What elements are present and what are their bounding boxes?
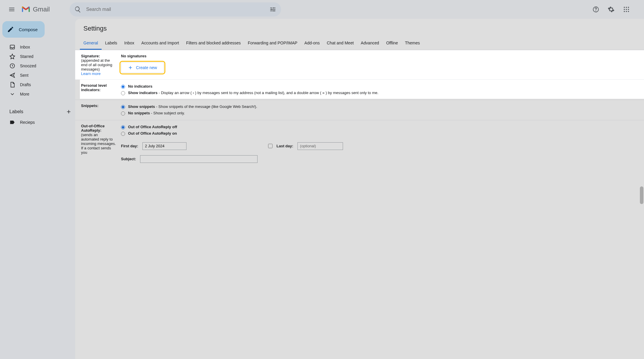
help-icon — [592, 6, 599, 13]
sidebar: Compose Inbox Starred Snoozed Sent Draft… — [0, 19, 75, 359]
ooo-sub: (sends an automated reply to incoming me… — [81, 133, 116, 155]
svg-point-2 — [624, 7, 625, 8]
search-input[interactable] — [84, 7, 267, 12]
search-bar[interactable] — [70, 2, 281, 16]
sidebar-item-snoozed[interactable]: Snoozed — [2, 61, 75, 71]
sidebar-item-sent[interactable]: Sent — [2, 71, 75, 80]
section-signature-label: Signature: (appended at the end of all o… — [81, 54, 116, 76]
label-item-recieps[interactable]: Recieps — [2, 118, 75, 127]
star-icon — [9, 54, 15, 59]
search-icon — [74, 6, 81, 13]
show-snippets-label: Show snippets — [128, 104, 155, 109]
last-day-label: Last day: — [277, 144, 293, 148]
ooo-label: Out-of-Office AutoReply: (sends an autom… — [81, 124, 116, 163]
app-header: Gmail — [0, 0, 644, 19]
tab-labels[interactable]: Labels — [102, 38, 121, 50]
gmail-logo[interactable]: Gmail — [21, 6, 50, 13]
support-button[interactable] — [589, 2, 603, 16]
gear-icon — [608, 6, 615, 13]
tab-chat[interactable]: Chat and Meet — [323, 38, 357, 50]
svg-point-9 — [626, 11, 627, 12]
section-signature: Signature: (appended at the end of all o… — [75, 50, 644, 80]
tab-forwarding[interactable]: Forwarding and POP/IMAP — [244, 38, 301, 50]
sidebar-item-label: More — [20, 92, 29, 96]
tune-icon — [269, 6, 276, 13]
inbox-icon — [9, 44, 15, 50]
no-snippets-label: No snippets — [128, 111, 150, 115]
no-snippets-desc: - Show subject only. — [150, 111, 185, 115]
radio-show-snippets[interactable] — [121, 105, 125, 109]
svg-point-4 — [628, 7, 629, 8]
search-options-button[interactable] — [267, 4, 279, 15]
compose-button[interactable]: Compose — [2, 21, 45, 38]
tab-addons[interactable]: Add-ons — [301, 38, 323, 50]
ooo-off-label: Out of Office AutoReply off — [128, 125, 177, 129]
subject-label: Subject: — [121, 157, 136, 161]
first-day-label: First day: — [121, 144, 138, 148]
tab-inbox[interactable]: Inbox — [121, 38, 138, 50]
svg-point-6 — [626, 9, 627, 10]
scrollbar-thumb[interactable] — [640, 186, 643, 204]
tab-offline[interactable]: Offline — [383, 38, 401, 50]
apps-grid-icon — [623, 6, 630, 13]
label-icon — [9, 119, 15, 125]
signature-learn-more-link[interactable]: Learn more — [81, 71, 100, 76]
ooo-title: Out-of-Office AutoReply: — [81, 124, 105, 133]
send-icon — [9, 72, 15, 78]
main-menu-button[interactable] — [5, 2, 19, 16]
personal-indicators-label: Personal level indicators: — [81, 83, 116, 96]
svg-point-3 — [626, 7, 627, 8]
compose-label: Compose — [19, 27, 38, 32]
radio-no-indicators[interactable] — [121, 85, 125, 89]
pencil-icon — [7, 26, 14, 33]
sidebar-item-label: Drafts — [20, 82, 31, 87]
show-snippets-desc: - Show snippets of the message (like Goo… — [155, 104, 257, 109]
radio-no-snippets[interactable] — [121, 111, 125, 116]
gmail-logo-icon — [21, 6, 31, 13]
svg-point-10 — [628, 11, 629, 12]
sidebar-item-label: Sent — [20, 73, 28, 78]
sidebar-item-more[interactable]: More — [2, 89, 75, 99]
product-name: Gmail — [33, 6, 50, 13]
settings-tabs: General Labels Inbox Accounts and Import… — [75, 38, 644, 50]
svg-point-7 — [628, 9, 629, 10]
label-item-label: Recieps — [20, 120, 35, 125]
labels-heading: Labels — [9, 109, 23, 114]
labels-header: Labels — [2, 106, 75, 118]
no-indicators-label: No indicators — [128, 84, 152, 89]
section-personal-indicators: Personal level indicators: No indicators… — [75, 80, 644, 100]
clock-icon — [9, 63, 15, 69]
radio-show-indicators[interactable] — [121, 91, 125, 95]
last-day-checkbox[interactable] — [268, 144, 273, 148]
tab-accounts[interactable]: Accounts and Import — [138, 38, 182, 50]
create-signature-label: Create new — [136, 65, 157, 70]
hamburger-icon — [8, 6, 15, 13]
first-day-input[interactable] — [142, 142, 186, 150]
radio-ooo-off[interactable] — [121, 125, 125, 129]
tab-advanced[interactable]: Advanced — [357, 38, 383, 50]
search-button[interactable] — [72, 4, 84, 15]
last-day-input[interactable] — [297, 142, 343, 150]
tab-filters[interactable]: Filters and blocked addresses — [183, 38, 244, 50]
snippets-title: Snippets: — [81, 103, 98, 108]
sidebar-item-starred[interactable]: Starred — [2, 52, 75, 61]
personal-indicators-title: Personal level indicators: — [81, 83, 107, 92]
create-signature-button[interactable]: Create new — [121, 62, 164, 73]
sidebar-item-label: Snoozed — [20, 64, 36, 68]
tab-general[interactable]: General — [80, 38, 102, 50]
sidebar-item-inbox[interactable]: Inbox — [2, 42, 75, 52]
header-actions — [589, 2, 642, 16]
settings-button[interactable] — [604, 2, 618, 16]
signature-sub: (appended at the end of all outgoing mes… — [81, 58, 112, 71]
section-signature-body: No signatures Create new — [121, 54, 638, 76]
radio-ooo-on[interactable] — [121, 132, 125, 136]
page-title: Settings — [75, 19, 644, 38]
subject-input[interactable] — [140, 155, 258, 163]
tab-themes[interactable]: Themes — [401, 38, 423, 50]
google-apps-button[interactable] — [619, 2, 633, 16]
add-label-button[interactable] — [66, 109, 72, 115]
settings-panel: Settings General Labels Inbox Accounts a… — [75, 19, 644, 359]
sidebar-item-drafts[interactable]: Drafts — [2, 80, 75, 89]
signature-status: No signatures — [121, 54, 638, 58]
plus-icon — [128, 65, 133, 70]
